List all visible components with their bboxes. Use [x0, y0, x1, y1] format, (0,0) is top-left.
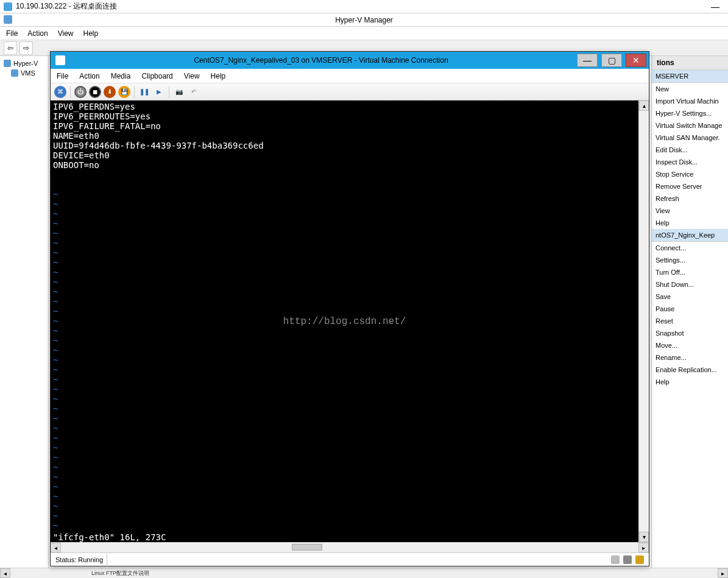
- hscroll-track[interactable]: [61, 543, 638, 552]
- vmc-close-button[interactable]: ✕: [626, 54, 646, 67]
- server-icon: [11, 69, 18, 77]
- action-item[interactable]: Shut Down...: [652, 278, 728, 291]
- action-item[interactable]: Snapshot: [652, 327, 728, 339]
- vmc-console[interactable]: IPV6_PEERDNS=yes IPV6_PEERROUTES=yes IPV…: [51, 100, 638, 542]
- toolbar-separator: [169, 86, 169, 98]
- vi-tilde: ~: [53, 345, 636, 355]
- vi-tilde: ~: [53, 365, 636, 375]
- hvm-titlebar: Hyper-V Manager: [0, 13, 728, 27]
- vi-tilde: ~: [53, 521, 636, 530]
- vi-tilde: ~: [53, 482, 636, 492]
- pause-button[interactable]: ❚❚: [138, 86, 150, 98]
- action-item[interactable]: Connect...: [652, 242, 728, 254]
- scroll-right-button[interactable]: ▸: [638, 543, 649, 552]
- scroll-down-button[interactable]: ▾: [639, 532, 649, 542]
- nav-fwd-button[interactable]: ⇨: [19, 41, 33, 55]
- action-item[interactable]: New: [652, 83, 728, 95]
- vmc-menu-action[interactable]: Action: [79, 72, 99, 80]
- nav-back-button[interactable]: ⇦: [4, 41, 17, 55]
- action-item[interactable]: Help: [652, 376, 728, 388]
- hscroll-thumb[interactable]: [292, 544, 322, 551]
- vi-tilde: ~: [53, 501, 636, 511]
- vmc-menu-help[interactable]: Help: [211, 72, 226, 80]
- drive-icon: [611, 555, 620, 564]
- vi-tilde: ~: [53, 511, 636, 521]
- action-item[interactable]: Stop Service: [652, 168, 728, 180]
- vi-tilde: ~: [53, 228, 636, 238]
- action-item[interactable]: Inspect Disk...: [652, 156, 728, 168]
- action-item[interactable]: Help: [652, 217, 728, 229]
- action-item[interactable]: Rename...: [652, 351, 728, 364]
- vmc-maximize-button[interactable]: ▢: [601, 54, 622, 67]
- console-vscrollbar[interactable]: ▴ ▾: [638, 100, 649, 542]
- action-item[interactable]: Virtual SAN Manager.: [652, 132, 728, 144]
- scroll-right-button[interactable]: ▸: [718, 568, 728, 578]
- vi-tilde: ~: [53, 209, 636, 219]
- action-item[interactable]: Settings...: [652, 254, 728, 266]
- save-button[interactable]: 💾: [118, 86, 130, 98]
- hvm-menu-help[interactable]: Help: [83, 29, 99, 38]
- start-button[interactable]: ⏻: [74, 86, 87, 98]
- vi-tilde: ~: [53, 384, 636, 394]
- vi-tilde: ~: [53, 277, 636, 287]
- action-item[interactable]: Save: [652, 291, 728, 303]
- action-item[interactable]: Import Virtual Machin: [652, 95, 728, 107]
- hvm-title: Hyper-V Manager: [335, 16, 393, 24]
- status-separator: [107, 553, 107, 566]
- shutdown-button[interactable]: ⬇: [104, 86, 116, 98]
- vi-tilde: ~: [53, 433, 636, 443]
- status-text: Status: Running: [55, 556, 103, 563]
- action-item[interactable]: Reset: [652, 315, 728, 327]
- rdp-title: 10.190.130.222 - 远程桌面连接: [16, 1, 117, 12]
- hvm-menu-action[interactable]: Action: [27, 29, 48, 38]
- vi-tilde: ~: [53, 453, 636, 462]
- vi-tilde: ~: [53, 336, 636, 345]
- tree-root[interactable]: Hyper-V: [2, 58, 46, 68]
- action-item[interactable]: Move...: [652, 339, 728, 351]
- scroll-left-button[interactable]: ◂: [0, 568, 10, 578]
- hvm-menubar: File Action View Help: [0, 27, 728, 40]
- action-item[interactable]: Pause: [652, 303, 728, 315]
- vmc-minimize-button[interactable]: —: [577, 54, 598, 67]
- hvm-menu-view[interactable]: View: [58, 29, 74, 38]
- action-item[interactable]: Hyper-V Settings...: [652, 107, 728, 119]
- vmc-statusbar: Status: Running: [51, 552, 649, 566]
- vmc-menu-file[interactable]: File: [57, 72, 68, 80]
- vmc-titlebar[interactable]: CentOS7_Nginx_Keepalived_03 on VMSERVER …: [51, 52, 649, 69]
- actions-group-server: MSERVER: [652, 70, 728, 83]
- actions-pane: tions MSERVER NewImport Virtual MachinHy…: [651, 56, 728, 578]
- vmc-menu-clipboard[interactable]: Clipboard: [141, 72, 172, 80]
- tree-server[interactable]: VMS: [2, 68, 46, 78]
- vi-tilde: ~: [53, 355, 636, 365]
- action-item[interactable]: Edit Disk...: [652, 144, 728, 156]
- console-hscrollbar[interactable]: ◂ ▸: [51, 542, 649, 552]
- vi-tilde: ~: [53, 375, 636, 384]
- vmc-menu-media[interactable]: Media: [111, 72, 131, 80]
- hvm-menu-file[interactable]: File: [6, 29, 18, 38]
- rdp-minimize-button[interactable]: —: [706, 1, 724, 13]
- toolbar-separator: [70, 86, 71, 98]
- vmc-menu-view[interactable]: View: [184, 72, 200, 80]
- scroll-up-button[interactable]: ▴: [639, 100, 649, 111]
- action-item[interactable]: Refresh: [652, 192, 728, 205]
- vi-tilde: ~: [53, 394, 636, 404]
- scroll-left-button[interactable]: ◂: [51, 543, 61, 552]
- ctrl-alt-del-button[interactable]: ⌘: [54, 86, 66, 98]
- action-item[interactable]: Virtual Switch Manage: [652, 119, 728, 132]
- action-item[interactable]: Turn Off...: [652, 266, 728, 278]
- action-item[interactable]: Remove Server: [652, 180, 728, 192]
- turnoff-button[interactable]: ◼: [89, 86, 101, 98]
- action-item[interactable]: View: [652, 205, 728, 217]
- reset-button[interactable]: ▶: [153, 86, 165, 98]
- toolbar-separator: [134, 86, 135, 98]
- server-icon: [4, 60, 11, 67]
- revert-button[interactable]: ↶: [188, 86, 200, 98]
- vi-tilde: ~: [53, 248, 636, 258]
- vi-tilde: ~: [53, 189, 636, 199]
- rdp-titlebar: 10.190.130.222 - 远程桌面连接 —: [0, 0, 728, 13]
- snapshot-button[interactable]: 📷: [173, 86, 185, 98]
- vi-tilde: ~: [53, 472, 636, 482]
- scroll-track[interactable]: [639, 111, 649, 532]
- hvm-icon: [4, 15, 12, 24]
- action-item[interactable]: Enable Replication...: [652, 364, 728, 376]
